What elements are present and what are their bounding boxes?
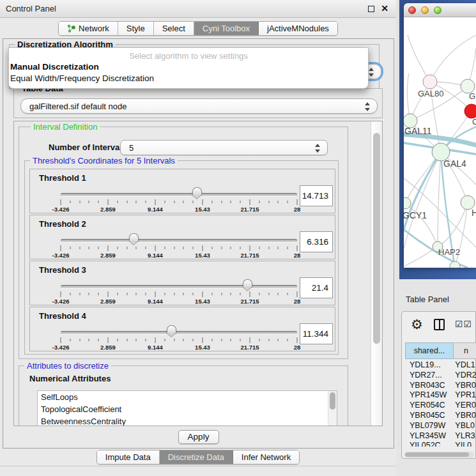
tick-mark <box>259 293 259 295</box>
list-scrollbar[interactable] <box>328 391 337 426</box>
threshold-4-value-field[interactable]: 11.344 <box>300 323 333 344</box>
attributes-group: Attributes to discretize Numerical Attri… <box>19 365 348 426</box>
table-horizontal-scrollbar[interactable] <box>404 452 474 457</box>
close-icon[interactable]: ✕ <box>381 3 388 13</box>
table-row[interactable]: YPR145WYPR1 <box>405 390 476 401</box>
checkbox-icons[interactable]: ☑☑ <box>455 319 472 329</box>
tick-mark <box>127 339 127 341</box>
threshold-3-value-field[interactable]: 21.4 <box>300 277 333 298</box>
tick-mark <box>136 247 137 249</box>
tick-mark <box>211 293 212 295</box>
tab-select[interactable]: Select <box>154 22 194 35</box>
threshold-3-slider[interactable]: -3.4262.8599.14415.4321.71528 <box>61 261 297 306</box>
tab-network[interactable]: Network <box>59 22 118 35</box>
bottom-divider <box>0 466 396 466</box>
network-window-titlebar[interactable] <box>404 3 476 17</box>
tick-mark <box>155 291 156 297</box>
num-intervals-combobox[interactable]: 5 <box>120 140 328 155</box>
tick-label: 15.43 <box>195 252 210 259</box>
threshold-2-value-field[interactable]: 6.316 <box>300 231 333 252</box>
scrollbar-thumb[interactable] <box>405 452 469 457</box>
column-header-name[interactable]: n <box>454 342 476 359</box>
numerical-attributes-list: SelfLoops TopologicalCoefficient Between… <box>37 390 337 426</box>
threshold-4-panel: Threshold 4 -3.4262.8599.14415.4321.7152… <box>29 307 335 351</box>
tick-mark <box>240 201 241 203</box>
tick-mark <box>108 291 109 297</box>
network-view-window[interactable]: GAL80 GAL11 GAL4 GCY1 HAP2 G C H <box>404 3 476 268</box>
node-label: C <box>472 117 476 127</box>
tick-mark <box>240 247 241 249</box>
tab-style[interactable]: Style <box>118 22 154 35</box>
slider-thumb[interactable] <box>192 187 202 195</box>
tick-mark <box>174 201 174 203</box>
table-row[interactable]: YDL19...YDL1 <box>405 360 476 371</box>
popup-option-manual-discretization[interactable]: Manual Discretization <box>9 61 368 73</box>
tick-mark <box>89 339 89 341</box>
tick-mark <box>164 247 165 249</box>
tick-mark <box>127 293 127 295</box>
threshold-4-slider[interactable]: -3.4262.8599.14415.4321.71528 <box>61 307 297 352</box>
table-row[interactable]: YIL052CYIL0 <box>405 441 476 447</box>
gear-icon[interactable]: ⚙ <box>411 316 423 333</box>
list-item[interactable]: SelfLoops <box>38 391 337 403</box>
threshold-1-slider[interactable]: -3.4262.8599.14415.4321.71528 <box>61 169 297 214</box>
slider-track[interactable] <box>61 239 297 242</box>
slider-thumb[interactable] <box>243 279 252 287</box>
tick-label: 15.43 <box>195 298 210 305</box>
tick-mark <box>203 245 203 251</box>
threshold-1-value-field[interactable]: 14.713 <box>300 185 333 206</box>
slider-track[interactable] <box>61 285 297 288</box>
split-columns-icon[interactable] <box>434 319 445 330</box>
tick-mark <box>268 201 269 203</box>
table-row[interactable]: YDR27...YDR2 <box>405 371 476 381</box>
tick-mark <box>164 293 165 295</box>
tick-mark <box>117 247 118 249</box>
tab-impute-data[interactable]: Impute Data <box>97 450 160 464</box>
threshold-2-slider[interactable]: -3.4262.8599.14415.4321.71528 <box>61 215 297 260</box>
slider-thumb[interactable] <box>129 233 139 241</box>
node-label: GCY1 <box>404 210 427 220</box>
minimize-traffic-light[interactable] <box>421 6 429 14</box>
tick-label: -3.426 <box>52 344 70 351</box>
tick-mark <box>136 201 137 203</box>
scrollbar-thumb[interactable] <box>330 392 335 410</box>
control-panel-titlebar[interactable]: Control Panel ✕ <box>0 0 396 18</box>
tab-cyni-toolbox[interactable]: Cyni Toolbox <box>194 22 259 35</box>
settings-scrollbar[interactable] <box>371 121 381 426</box>
table-row[interactable]: YBL079WYBL0 <box>405 421 476 431</box>
table-row[interactable]: YBR043CYBR0 <box>405 381 476 391</box>
network-canvas[interactable]: GAL80 GAL11 GAL4 GCY1 HAP2 G C H <box>404 17 476 268</box>
scrollbar-thumb[interactable] <box>373 133 380 344</box>
slider-tick-labels: -3.4262.8599.14415.4321.71528 <box>61 206 297 213</box>
node-label: GAL80 <box>418 89 443 98</box>
tick-mark <box>231 247 231 249</box>
zoom-traffic-light[interactable] <box>434 6 441 14</box>
tick-mark <box>288 339 288 341</box>
tick-label: 28 <box>294 206 301 213</box>
list-item[interactable]: TopologicalCoefficient <box>38 403 337 415</box>
slider-thumb[interactable] <box>167 325 176 333</box>
list-item[interactable]: BetweennessCentrality <box>38 415 337 426</box>
network-icon <box>67 24 75 33</box>
popup-option-equal-width-frequency[interactable]: Equal Width/Frequency Discretization <box>9 73 368 84</box>
apply-button[interactable]: Apply <box>178 430 219 444</box>
column-header-shared[interactable]: shared... <box>405 342 454 359</box>
node-gal80 <box>423 75 437 89</box>
table-row[interactable]: YBR045CYBR0 <box>405 411 476 421</box>
interval-definition-title: Interval Definition <box>31 122 100 132</box>
tick-mark <box>108 337 109 343</box>
tab-infer-network[interactable]: Infer Network <box>233 450 299 464</box>
tick-mark <box>193 339 194 341</box>
tick-mark <box>250 199 250 205</box>
slider-track[interactable] <box>61 331 297 334</box>
tick-mark <box>297 199 298 205</box>
tab-discretize-data[interactable]: Discretize Data <box>160 450 233 464</box>
float-window-icon[interactable] <box>368 6 374 12</box>
close-traffic-light[interactable] <box>408 6 416 14</box>
tick-mark <box>193 201 194 203</box>
table-data-combobox[interactable]: galFiltered.sif default node <box>20 98 378 114</box>
table-row[interactable]: YLR345WYLR3 <box>405 431 476 441</box>
tab-jactivemnodules[interactable]: jActiveMNodules <box>259 22 337 35</box>
table-row[interactable]: YER054CYER0 <box>405 401 476 411</box>
slider-track[interactable] <box>61 193 297 196</box>
